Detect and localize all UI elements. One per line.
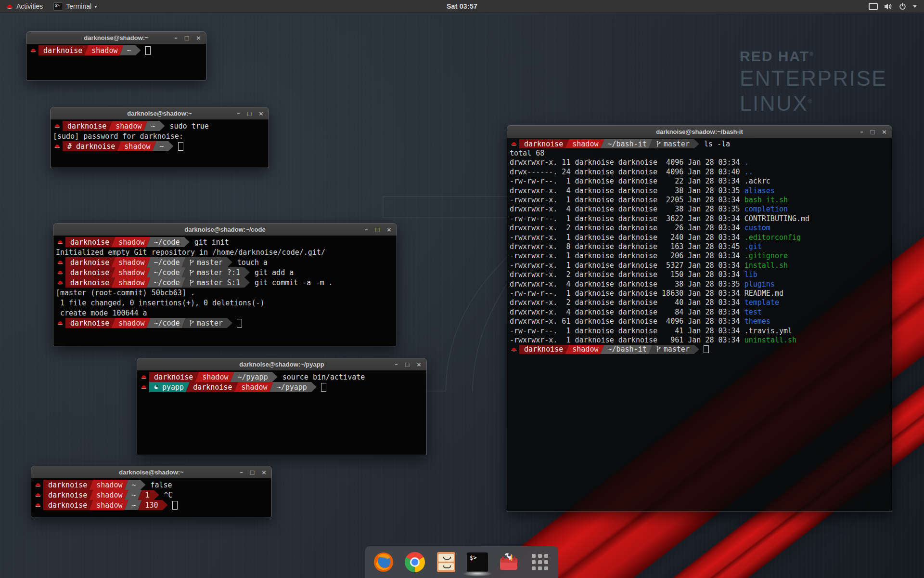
prompt-segment-path: ~/code [146, 257, 185, 267]
prompt-segment-host: shadow [565, 345, 604, 354]
window-titlebar[interactable]: darknoise@shadow:~/pyapp – □ × [137, 358, 426, 371]
terminal-content[interactable]: darknoiseshadow~/bash-itmasterls -latota… [507, 138, 892, 512]
redhat-icon [57, 260, 64, 265]
close-button[interactable]: × [258, 110, 264, 117]
terminal-content[interactable]: darknoiseshadow~ [26, 44, 206, 80]
rhel-branding: RED HAT® ENTERPRISE LINUX® [740, 48, 887, 116]
ls-output-line: -rw-rw-r--. 1 darknoise darknoise 3622 J… [510, 214, 889, 223]
system-status-menu[interactable] [862, 0, 924, 13]
terminal-window-sudo: darknoise@shadow:~ – □ × darknoiseshadow… [50, 107, 269, 168]
terminal-cursor [704, 345, 709, 353]
close-button[interactable]: × [196, 35, 201, 41]
ls-output-line: drwxrwxr-x. 2 darknoise darknoise 150 Ja… [510, 270, 889, 279]
dock-item-terminal[interactable]: $> [466, 551, 488, 573]
output-line: [master (root-commit) 50bcb63] . [56, 288, 394, 298]
terminal-content[interactable]: darknoiseshadow~/codegit initInitialized… [53, 236, 397, 346]
ls-output-line: drwxrwxr-x. 2 darknoise darknoise 40 Jan… [510, 298, 889, 307]
maximize-button[interactable]: □ [184, 35, 189, 41]
command-text: ls -la [704, 140, 730, 148]
file-meta: drwxrwxr-x. 11 darknoise darknoise 4096 … [510, 158, 744, 167]
minimize-button[interactable]: – [395, 361, 398, 368]
prompt-segment-user: darknoise [65, 237, 115, 247]
terminal-content[interactable]: darknoiseshadow~falsedarknoiseshadow~1^C… [31, 478, 271, 517]
close-button[interactable]: × [882, 129, 887, 135]
redhat-icon [35, 502, 41, 508]
prompt-segment-user: darknoise [63, 121, 112, 131]
terminal-content[interactable]: darknoiseshadow~sudo true[sudo] password… [51, 119, 269, 168]
dock-item-chrome[interactable] [404, 551, 426, 573]
prompt-line: darknoiseshadow~/bash-itmasterls -la [510, 139, 889, 148]
close-button[interactable]: × [386, 226, 392, 233]
terminal-cursor [178, 142, 183, 151]
dock-item-toolbox[interactable] [498, 551, 520, 573]
terminal-content[interactable]: darknoiseshadow~/pyappsource bin/activat… [137, 370, 426, 455]
maximize-button[interactable]: □ [870, 129, 875, 135]
prompt-segment-git: master [649, 345, 699, 354]
minimize-button[interactable]: – [365, 226, 368, 233]
terminal-window-bash-it: darknoise@shadow:~/bash-it – □ × darknoi… [507, 125, 892, 512]
prompt-segment-host: shadow [195, 372, 234, 382]
command-text: false [151, 481, 172, 489]
close-button[interactable]: × [261, 469, 267, 475]
minimize-button[interactable]: – [240, 469, 243, 475]
minimize-button[interactable]: – [237, 110, 240, 117]
window-titlebar[interactable]: darknoise@shadow:~/code – □ × [53, 223, 397, 236]
window-title: darknoise@shadow:~/pyapp [137, 361, 426, 368]
window-titlebar[interactable]: darknoise@shadow:~ – □ × [31, 466, 271, 479]
ls-output-line: -rw-rw-r--. 1 darknoise darknoise 18630 … [510, 289, 889, 298]
terminal-cursor [321, 383, 326, 392]
prompt-segment-host: shadow [89, 490, 128, 500]
terminal-window-home-1: darknoise@shadow:~ – □ × darknoiseshadow… [26, 31, 206, 80]
redhat-icon [511, 141, 517, 146]
prompt-line: pyappdarknoiseshadow~/pyapp [140, 382, 424, 392]
clock[interactable]: Sat 03:57 [0, 2, 924, 10]
file-name: README.md [744, 289, 783, 298]
file-name: uninstall.sh [744, 336, 796, 344]
redhat-icon [57, 320, 64, 326]
prompt-segment-path: ~/code [146, 318, 185, 328]
redhat-icon [35, 492, 41, 498]
ls-output-line: drwxrwxr-x. 4 darknoise darknoise 84 Jan… [510, 307, 889, 316]
redhat-icon [141, 384, 147, 390]
command-text: git init [194, 238, 229, 247]
prompt-line: darknoiseshadow~/codegit init [56, 237, 394, 247]
minimize-button[interactable]: – [860, 129, 863, 135]
dock-item-app-grid[interactable] [529, 551, 551, 573]
file-name: .. [744, 168, 753, 176]
file-meta: drwxrwxr-x. 4 darknoise darknoise 38 Jan… [510, 280, 744, 289]
redhat-icon [57, 239, 64, 245]
maximize-button[interactable]: □ [247, 110, 252, 117]
minimize-button[interactable]: – [174, 35, 178, 41]
prompt-segment-host: shadow [111, 237, 150, 247]
ls-output-line: drwxrwxr-x. 8 darknoise darknoise 163 Ja… [510, 242, 889, 251]
window-titlebar[interactable]: darknoise@shadow:~ – □ × [51, 107, 269, 120]
window-titlebar[interactable]: darknoise@shadow:~ – □ × [26, 32, 206, 44]
prompt-segment-path: ~/pyapp [270, 382, 317, 392]
ls-output-line: drwxrwxr-x. 61 darknoise darknoise 4096 … [510, 316, 889, 326]
file-name: .travis.yml [744, 327, 792, 335]
file-name: custom [744, 223, 770, 232]
command-text: source bin/activate [282, 373, 365, 381]
git-branch-icon [656, 141, 661, 147]
window-titlebar[interactable]: darknoise@shadow:~/bash-it – □ × [507, 126, 892, 138]
ls-output-line: -rwxrwxr-x. 1 darknoise darknoise 2205 J… [510, 195, 889, 204]
file-manager-icon [437, 552, 455, 572]
prompt-line: # darknoiseshadow~ [53, 141, 266, 151]
maximize-button[interactable]: □ [405, 361, 410, 368]
redhat-icon [141, 374, 147, 380]
dock-item-files[interactable] [435, 551, 457, 573]
file-meta: drwxrwxr-x. 4 darknoise darknoise 38 Jan… [510, 205, 744, 213]
dock-item-firefox[interactable] [372, 551, 395, 573]
close-button[interactable]: × [416, 361, 422, 368]
git-branch-icon [189, 320, 194, 327]
prompt-segment-user: darknoise [65, 257, 115, 267]
chrome-icon [405, 552, 425, 572]
maximize-button[interactable]: □ [375, 226, 380, 233]
ls-output-line: drwxrwxr-x. 11 darknoise darknoise 4096 … [510, 158, 889, 167]
prompt-line: darknoiseshadow~/codemaster [56, 318, 394, 328]
ls-output-line: -rwxrwxr-x. 1 darknoise darknoise 961 Ja… [510, 335, 889, 344]
prompt-segment-user: darknoise [65, 267, 115, 277]
maximize-button[interactable]: □ [250, 469, 255, 475]
command-text: git add a [255, 268, 294, 277]
top-bar: Sat 03:57 Activities $> Terminal ▾ [0, 0, 924, 13]
